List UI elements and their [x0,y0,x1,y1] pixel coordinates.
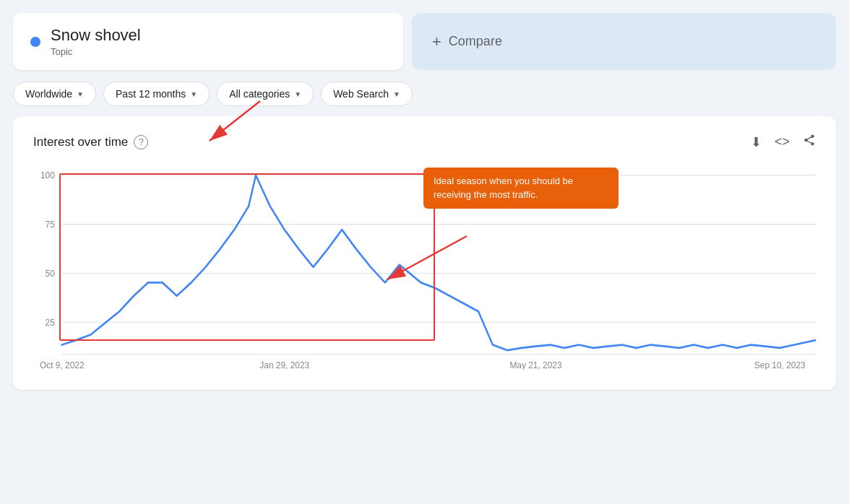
svg-text:Oct 9, 2022: Oct 9, 2022 [40,360,85,370]
location-label: Worldwide [25,88,72,100]
time-range-label: Past 12 months [116,88,186,100]
compare-card[interactable]: + Compare [412,13,836,70]
time-range-arrow-icon: ▼ [190,90,197,98]
time-range-filter[interactable]: Past 12 months ▼ [103,82,210,106]
help-icon[interactable]: ? [134,135,148,149]
svg-text:75: 75 [46,220,55,230]
filters-row: Worldwide ▼ Past 12 months ▼ All categor… [0,77,849,116]
compare-plus-icon: + [432,32,441,51]
search-term-card: Snow shovel Topic [13,13,403,70]
chart-title: Interest over time [33,135,128,149]
svg-text:25: 25 [46,318,55,329]
location-filter[interactable]: Worldwide ▼ [13,82,96,106]
download-icon[interactable]: ⬇ [751,134,762,150]
location-arrow-icon: ▼ [77,90,84,98]
chart-header: Interest over time ? ⬇ <> [33,134,816,150]
categories-arrow-icon: ▼ [294,90,301,98]
search-term-type: Topic [51,46,141,57]
search-type-arrow-icon: ▼ [393,90,400,98]
svg-text:100: 100 [40,170,55,181]
svg-text:Jan 29, 2023: Jan 29, 2023 [259,360,309,370]
search-type-filter[interactable]: Web Search ▼ [321,82,413,106]
share-icon[interactable] [803,134,816,150]
svg-text:50: 50 [46,269,55,279]
chart-actions: ⬇ <> [751,134,816,150]
categories-label: All categories [229,88,290,100]
chart-area: 100 75 50 25 Oct 9, 2022 Jan 29, 2023 Ma… [33,168,816,370]
interest-chart: 100 75 50 25 Oct 9, 2022 Jan 29, 2023 Ma… [33,168,816,370]
svg-text:May 21, 2023: May 21, 2023 [509,360,561,370]
search-term-title: Snow shovel [51,26,141,45]
compare-label: Compare [449,34,502,49]
svg-text:Sep 10, 2023: Sep 10, 2023 [754,360,806,370]
chart-card: Interest over time ? ⬇ <> 100 75 50 25 [13,116,836,390]
topic-indicator [30,37,40,47]
embed-icon[interactable]: <> [775,134,790,149]
categories-filter[interactable]: All categories ▼ [217,82,314,106]
search-type-label: Web Search [333,88,389,100]
